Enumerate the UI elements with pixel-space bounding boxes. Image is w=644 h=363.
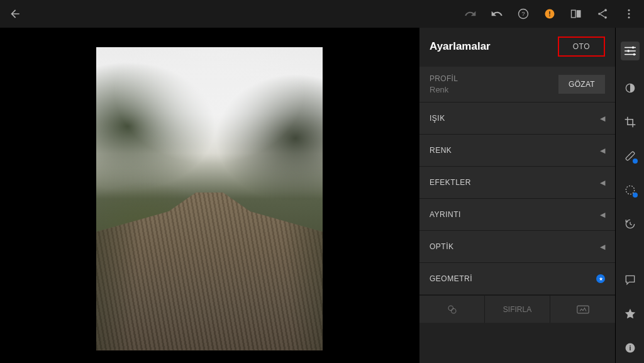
- help-button[interactable]: ?: [517, 8, 530, 20]
- chevron-left-icon: ◀: [600, 211, 605, 219]
- modified-indicator-icon: [596, 274, 605, 283]
- svg-point-17: [633, 53, 635, 56]
- info-tool[interactable]: i: [624, 342, 636, 354]
- section-label: IŞIK: [430, 114, 445, 123]
- undo-icon: [491, 8, 503, 20]
- section-label: RENK: [430, 146, 452, 155]
- masking-tool[interactable]: [624, 82, 636, 94]
- share-icon: [596, 8, 609, 20]
- previous-icon: [577, 305, 589, 314]
- profile-label: PROFİL: [430, 74, 458, 83]
- section-geometry[interactable]: GEOMETRİ: [419, 263, 615, 295]
- back-arrow-icon: [9, 8, 21, 20]
- svg-point-21: [630, 157, 631, 158]
- presets-button[interactable]: [419, 296, 484, 323]
- svg-text:?: ?: [521, 11, 525, 17]
- profile-labels: PROFİL Renk: [430, 74, 458, 94]
- svg-point-12: [448, 306, 453, 311]
- topbar: ? !: [0, 0, 644, 28]
- alert-icon: !: [543, 8, 556, 20]
- svg-rect-4: [572, 10, 576, 18]
- section-color[interactable]: RENK ◀: [419, 135, 615, 167]
- svg-point-15: [631, 47, 634, 49]
- chevron-left-icon: ◀: [600, 147, 605, 155]
- section-effects[interactable]: EFEKTLER ◀: [419, 167, 615, 199]
- panel-title: Ayarlamalar: [430, 40, 491, 53]
- svg-point-10: [628, 13, 630, 15]
- panel-header: Ayarlamalar OTO: [419, 28, 615, 67]
- section-label: EFEKTLER: [430, 178, 471, 187]
- info-icon: i: [624, 342, 636, 354]
- section-detail[interactable]: AYRINTI ◀: [419, 199, 615, 231]
- reset-label: SIFIRLA: [503, 305, 531, 314]
- svg-point-16: [627, 50, 630, 52]
- reset-button[interactable]: SIFIRLA: [484, 296, 550, 323]
- undo-button[interactable]: [491, 8, 503, 20]
- photo-preview: [96, 47, 323, 350]
- share-button[interactable]: [596, 8, 609, 20]
- section-label: GEOMETRİ: [430, 274, 472, 283]
- chevron-left-icon: ◀: [600, 179, 605, 187]
- svg-point-11: [628, 16, 630, 18]
- versions-tool[interactable]: [624, 218, 636, 230]
- radial-tool[interactable]: [624, 184, 636, 196]
- svg-point-9: [628, 9, 630, 11]
- presets-icon: [447, 304, 458, 315]
- tool-badge-icon: [633, 159, 638, 164]
- svg-point-6: [604, 9, 607, 11]
- browse-profiles-button[interactable]: GÖZAT: [558, 75, 605, 94]
- tool-rail: i: [615, 28, 644, 363]
- section-label: OPTİK: [430, 242, 454, 251]
- section-light[interactable]: IŞIK ◀: [419, 103, 615, 135]
- crop-tool[interactable]: [624, 116, 636, 128]
- overflow-menu-button[interactable]: [623, 8, 635, 20]
- svg-rect-14: [577, 306, 588, 313]
- compare-icon: [570, 8, 582, 20]
- profile-row: PROFİL Renk GÖZAT: [419, 67, 615, 103]
- svg-text:i: i: [629, 344, 631, 352]
- star-icon: [624, 308, 636, 320]
- auto-button[interactable]: OTO: [558, 36, 605, 57]
- main-area: Ayarlamalar OTO PROFİL Renk GÖZAT IŞIK ◀…: [0, 28, 644, 363]
- svg-text:!: !: [548, 10, 551, 18]
- cloud-alert-button[interactable]: !: [543, 8, 556, 20]
- panel-footer: SIFIRLA: [419, 295, 615, 323]
- healing-tool[interactable]: [624, 150, 636, 162]
- topbar-left: [9, 8, 21, 20]
- kebab-icon: [623, 8, 635, 20]
- sliders-icon: [623, 44, 637, 58]
- back-button[interactable]: [9, 8, 21, 20]
- chevron-left-icon: ◀: [600, 114, 605, 123]
- profile-value: Renk: [430, 85, 458, 94]
- svg-point-8: [604, 16, 607, 19]
- topbar-right: ? !: [464, 8, 635, 20]
- chat-icon: [624, 274, 636, 286]
- svg-point-13: [451, 308, 456, 313]
- app-root: ? ! Ayarlamalar OTO: [0, 0, 644, 363]
- image-canvas[interactable]: [0, 28, 419, 363]
- redo-button[interactable]: [464, 8, 477, 20]
- section-optics[interactable]: OPTİK ◀: [419, 231, 615, 263]
- adjustments-panel: Ayarlamalar OTO PROFİL Renk GÖZAT IŞIK ◀…: [419, 28, 615, 363]
- help-icon: ?: [517, 8, 530, 20]
- previous-button[interactable]: [550, 296, 615, 323]
- edit-tool[interactable]: [621, 42, 640, 60]
- compare-button[interactable]: [570, 8, 582, 20]
- svg-rect-5: [577, 10, 581, 18]
- comments-tool[interactable]: [624, 274, 636, 286]
- mask-icon: [624, 82, 636, 94]
- history-icon: [624, 218, 636, 230]
- svg-point-7: [598, 13, 601, 15]
- redo-icon: [464, 8, 477, 20]
- crop-icon: [624, 116, 636, 128]
- chevron-left-icon: ◀: [600, 243, 605, 251]
- tool-badge-icon: [633, 193, 638, 198]
- section-label: AYRINTI: [430, 210, 461, 219]
- rating-tool[interactable]: [624, 308, 636, 320]
- svg-point-20: [628, 155, 630, 156]
